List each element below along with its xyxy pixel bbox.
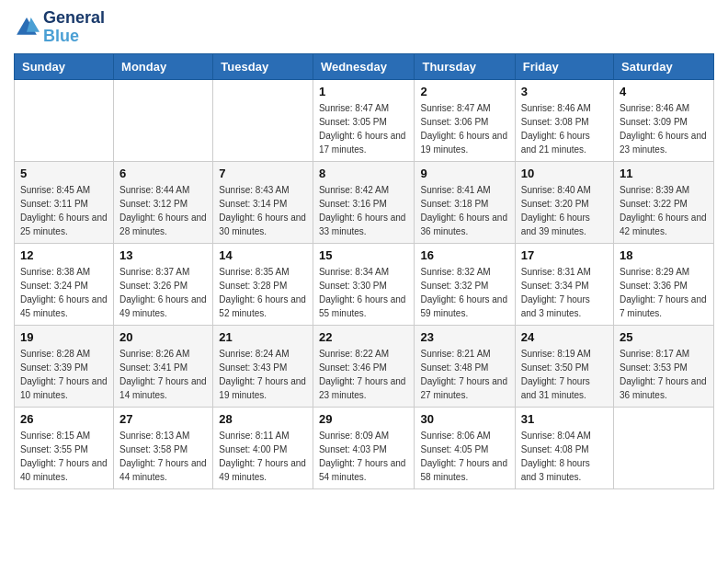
day-info: Sunrise: 8:47 AM Sunset: 3:05 PM Dayligh… bbox=[319, 101, 409, 156]
week-row-0: 1Sunrise: 8:47 AM Sunset: 3:05 PM Daylig… bbox=[15, 79, 714, 161]
day-cell bbox=[614, 407, 714, 488]
day-number: 27 bbox=[119, 412, 207, 426]
day-cell: 6Sunrise: 8:44 AM Sunset: 3:12 PM Daylig… bbox=[114, 161, 213, 243]
day-info: Sunrise: 8:24 AM Sunset: 3:43 PM Dayligh… bbox=[219, 347, 307, 402]
day-info: Sunrise: 8:04 AM Sunset: 4:08 PM Dayligh… bbox=[521, 429, 608, 484]
day-cell: 1Sunrise: 8:47 AM Sunset: 3:05 PM Daylig… bbox=[313, 79, 415, 161]
weekday-header-thursday: Thursday bbox=[415, 53, 515, 79]
weekday-header-tuesday: Tuesday bbox=[213, 53, 313, 79]
day-info: Sunrise: 8:35 AM Sunset: 3:28 PM Dayligh… bbox=[219, 265, 307, 320]
day-info: Sunrise: 8:42 AM Sunset: 3:16 PM Dayligh… bbox=[319, 183, 409, 238]
weekday-header-friday: Friday bbox=[515, 53, 613, 79]
day-number: 6 bbox=[119, 167, 207, 180]
day-cell bbox=[213, 79, 313, 161]
day-number: 5 bbox=[20, 167, 108, 180]
day-cell: 27Sunrise: 8:13 AM Sunset: 3:58 PM Dayli… bbox=[114, 407, 213, 488]
day-cell: 19Sunrise: 8:28 AM Sunset: 3:39 PM Dayli… bbox=[15, 325, 114, 407]
weekday-header-wednesday: Wednesday bbox=[313, 53, 415, 79]
day-info: Sunrise: 8:22 AM Sunset: 3:46 PM Dayligh… bbox=[319, 347, 409, 402]
day-info: Sunrise: 8:38 AM Sunset: 3:24 PM Dayligh… bbox=[20, 265, 108, 320]
day-cell: 28Sunrise: 8:11 AM Sunset: 4:00 PM Dayli… bbox=[213, 407, 313, 488]
day-number: 26 bbox=[20, 412, 108, 426]
day-cell: 22Sunrise: 8:22 AM Sunset: 3:46 PM Dayli… bbox=[313, 325, 415, 407]
day-info: Sunrise: 8:19 AM Sunset: 3:50 PM Dayligh… bbox=[521, 347, 608, 402]
day-cell: 15Sunrise: 8:34 AM Sunset: 3:30 PM Dayli… bbox=[313, 243, 415, 325]
day-cell: 5Sunrise: 8:45 AM Sunset: 3:11 PM Daylig… bbox=[15, 161, 114, 243]
day-number: 7 bbox=[219, 167, 307, 180]
day-number: 28 bbox=[219, 412, 307, 426]
day-info: Sunrise: 8:13 AM Sunset: 3:58 PM Dayligh… bbox=[119, 429, 207, 484]
day-cell: 16Sunrise: 8:32 AM Sunset: 3:32 PM Dayli… bbox=[415, 243, 515, 325]
day-info: Sunrise: 8:26 AM Sunset: 3:41 PM Dayligh… bbox=[119, 347, 207, 402]
day-number: 18 bbox=[620, 248, 708, 262]
day-cell: 2Sunrise: 8:47 AM Sunset: 3:06 PM Daylig… bbox=[415, 79, 515, 161]
weekday-header-monday: Monday bbox=[114, 53, 213, 79]
day-info: Sunrise: 8:40 AM Sunset: 3:20 PM Dayligh… bbox=[521, 183, 608, 238]
day-info: Sunrise: 8:09 AM Sunset: 4:03 PM Dayligh… bbox=[319, 429, 409, 484]
day-number: 14 bbox=[219, 248, 307, 262]
day-number: 3 bbox=[521, 85, 608, 98]
day-cell: 26Sunrise: 8:15 AM Sunset: 3:55 PM Dayli… bbox=[15, 407, 114, 488]
day-info: Sunrise: 8:31 AM Sunset: 3:34 PM Dayligh… bbox=[521, 265, 608, 320]
day-cell: 25Sunrise: 8:17 AM Sunset: 3:53 PM Dayli… bbox=[614, 325, 714, 407]
page: General Blue SundayMondayTuesdayWednesda… bbox=[0, 0, 728, 503]
day-cell: 30Sunrise: 8:06 AM Sunset: 4:05 PM Dayli… bbox=[415, 407, 515, 488]
logo-icon bbox=[14, 15, 40, 40]
week-row-4: 26Sunrise: 8:15 AM Sunset: 3:55 PM Dayli… bbox=[15, 407, 714, 488]
calendar-table: SundayMondayTuesdayWednesdayThursdayFrid… bbox=[14, 53, 714, 489]
day-info: Sunrise: 8:43 AM Sunset: 3:14 PM Dayligh… bbox=[219, 183, 307, 238]
day-number: 21 bbox=[219, 330, 307, 344]
day-info: Sunrise: 8:41 AM Sunset: 3:18 PM Dayligh… bbox=[420, 183, 508, 238]
day-cell: 3Sunrise: 8:46 AM Sunset: 3:08 PM Daylig… bbox=[515, 79, 613, 161]
day-cell: 9Sunrise: 8:41 AM Sunset: 3:18 PM Daylig… bbox=[415, 161, 515, 243]
day-number: 30 bbox=[420, 412, 508, 426]
day-cell: 18Sunrise: 8:29 AM Sunset: 3:36 PM Dayli… bbox=[614, 243, 714, 325]
weekday-header-sunday: Sunday bbox=[15, 53, 114, 79]
day-number: 29 bbox=[319, 412, 409, 426]
day-cell: 20Sunrise: 8:26 AM Sunset: 3:41 PM Dayli… bbox=[114, 325, 213, 407]
week-row-1: 5Sunrise: 8:45 AM Sunset: 3:11 PM Daylig… bbox=[15, 161, 714, 243]
logo-text: General Blue bbox=[43, 9, 105, 46]
day-cell: 13Sunrise: 8:37 AM Sunset: 3:26 PM Dayli… bbox=[114, 243, 213, 325]
day-cell: 29Sunrise: 8:09 AM Sunset: 4:03 PM Dayli… bbox=[313, 407, 415, 488]
day-cell: 10Sunrise: 8:40 AM Sunset: 3:20 PM Dayli… bbox=[515, 161, 613, 243]
weekday-header-saturday: Saturday bbox=[614, 53, 714, 79]
day-number: 25 bbox=[620, 330, 708, 344]
day-number: 9 bbox=[420, 167, 508, 180]
day-info: Sunrise: 8:21 AM Sunset: 3:48 PM Dayligh… bbox=[420, 347, 508, 402]
day-cell: 4Sunrise: 8:46 AM Sunset: 3:09 PM Daylig… bbox=[614, 79, 714, 161]
day-info: Sunrise: 8:29 AM Sunset: 3:36 PM Dayligh… bbox=[620, 265, 708, 320]
day-number: 1 bbox=[319, 85, 409, 98]
day-number: 24 bbox=[521, 330, 608, 344]
day-number: 15 bbox=[319, 248, 409, 262]
day-cell: 12Sunrise: 8:38 AM Sunset: 3:24 PM Dayli… bbox=[15, 243, 114, 325]
day-cell: 7Sunrise: 8:43 AM Sunset: 3:14 PM Daylig… bbox=[213, 161, 313, 243]
header: General Blue bbox=[14, 9, 714, 46]
day-number: 19 bbox=[20, 330, 108, 344]
day-number: 17 bbox=[521, 248, 608, 262]
day-info: Sunrise: 8:37 AM Sunset: 3:26 PM Dayligh… bbox=[119, 265, 207, 320]
day-info: Sunrise: 8:11 AM Sunset: 4:00 PM Dayligh… bbox=[219, 429, 307, 484]
day-cell: 17Sunrise: 8:31 AM Sunset: 3:34 PM Dayli… bbox=[515, 243, 613, 325]
day-number: 20 bbox=[119, 330, 207, 344]
day-number: 4 bbox=[620, 85, 708, 98]
day-number: 11 bbox=[620, 167, 708, 180]
day-info: Sunrise: 8:47 AM Sunset: 3:06 PM Dayligh… bbox=[420, 101, 508, 156]
day-info: Sunrise: 8:17 AM Sunset: 3:53 PM Dayligh… bbox=[620, 347, 708, 402]
day-info: Sunrise: 8:45 AM Sunset: 3:11 PM Dayligh… bbox=[20, 183, 108, 238]
day-number: 23 bbox=[420, 330, 508, 344]
day-number: 2 bbox=[420, 85, 508, 98]
day-cell: 11Sunrise: 8:39 AM Sunset: 3:22 PM Dayli… bbox=[614, 161, 714, 243]
day-info: Sunrise: 8:44 AM Sunset: 3:12 PM Dayligh… bbox=[119, 183, 207, 238]
day-cell: 23Sunrise: 8:21 AM Sunset: 3:48 PM Dayli… bbox=[415, 325, 515, 407]
day-info: Sunrise: 8:28 AM Sunset: 3:39 PM Dayligh… bbox=[20, 347, 108, 402]
day-cell bbox=[114, 79, 213, 161]
day-number: 22 bbox=[319, 330, 409, 344]
logo: General Blue bbox=[14, 9, 105, 46]
day-cell: 14Sunrise: 8:35 AM Sunset: 3:28 PM Dayli… bbox=[213, 243, 313, 325]
day-cell: 21Sunrise: 8:24 AM Sunset: 3:43 PM Dayli… bbox=[213, 325, 313, 407]
day-number: 8 bbox=[319, 167, 409, 180]
day-cell: 8Sunrise: 8:42 AM Sunset: 3:16 PM Daylig… bbox=[313, 161, 415, 243]
day-info: Sunrise: 8:46 AM Sunset: 3:09 PM Dayligh… bbox=[620, 101, 708, 156]
day-info: Sunrise: 8:39 AM Sunset: 3:22 PM Dayligh… bbox=[620, 183, 708, 238]
